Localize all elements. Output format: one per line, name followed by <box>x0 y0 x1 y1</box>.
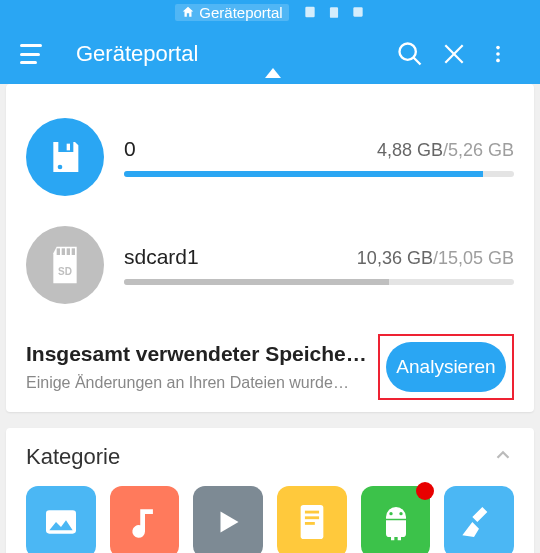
svg-rect-21 <box>305 516 319 519</box>
music-icon <box>126 503 164 541</box>
svg-point-9 <box>496 59 500 63</box>
svg-rect-16 <box>72 248 75 255</box>
sd-icon <box>303 5 317 19</box>
analyze-button[interactable]: Analysieren <box>386 342 506 392</box>
overflow-button[interactable] <box>476 43 520 65</box>
menu-button[interactable] <box>20 44 48 64</box>
svg-rect-2 <box>353 7 362 16</box>
disk-icon <box>26 118 104 196</box>
battery-icon <box>327 5 341 19</box>
svg-rect-0 <box>305 7 314 18</box>
document-icon <box>295 502 329 542</box>
status-app-title: Geräteportal <box>175 4 288 21</box>
svg-rect-22 <box>305 522 315 525</box>
summary-title: Insgesamt verwendeter Speiche… <box>26 342 368 366</box>
android-icon <box>376 502 416 542</box>
summary-subtitle: Einige Änderungen an Ihren Dateien wurde… <box>26 374 368 392</box>
broom-icon <box>459 502 499 542</box>
status-title-text: Geräteportal <box>199 4 282 21</box>
svg-rect-11 <box>67 144 70 151</box>
sync-icon <box>351 5 365 19</box>
svg-line-4 <box>414 58 421 65</box>
category-apps[interactable] <box>361 486 431 553</box>
image-icon <box>41 502 81 542</box>
play-icon <box>210 504 246 540</box>
toolbar-title[interactable]: Geräteportal <box>76 41 388 67</box>
notification-badge <box>416 482 434 500</box>
svg-rect-20 <box>305 511 319 514</box>
status-tray <box>303 5 365 19</box>
category-grid <box>26 486 514 553</box>
svg-rect-10 <box>58 142 73 152</box>
svg-text:SD: SD <box>58 266 72 277</box>
close-icon <box>441 41 467 67</box>
status-bar: Geräteportal <box>0 0 540 24</box>
category-music[interactable] <box>110 486 180 553</box>
svg-point-23 <box>389 512 392 515</box>
storage-row-internal[interactable]: 0 4,88 GB/5,26 GB <box>26 118 514 196</box>
category-documents[interactable] <box>277 486 347 553</box>
svg-point-24 <box>399 512 402 515</box>
category-video[interactable] <box>193 486 263 553</box>
collapse-button[interactable] <box>492 444 514 470</box>
close-button[interactable] <box>432 41 476 67</box>
sdcard-icon: SD <box>26 226 104 304</box>
svg-rect-13 <box>57 248 60 255</box>
category-cleaner[interactable] <box>444 486 514 553</box>
storage-row-sdcard[interactable]: SD sdcard1 10,36 GB/15,05 GB <box>26 226 514 304</box>
storage-name: 0 <box>124 137 136 161</box>
storage-bar <box>124 171 514 177</box>
svg-point-12 <box>58 165 63 170</box>
dropdown-indicator-icon <box>265 68 281 78</box>
svg-rect-1 <box>330 7 338 17</box>
storage-summary: Insgesamt verwendeter Speiche… Einige Än… <box>26 334 514 400</box>
chevron-up-icon <box>492 444 514 466</box>
storage-name: sdcard1 <box>124 245 199 269</box>
home-icon <box>181 5 195 19</box>
storage-card: 0 4,88 GB/5,26 GB SD sdcard1 10,36 GB/15… <box>6 84 534 412</box>
category-title: Kategorie <box>26 444 120 470</box>
category-card: Kategorie <box>6 428 534 553</box>
svg-rect-14 <box>62 248 65 255</box>
analyze-highlight: Analysieren <box>378 334 514 400</box>
overflow-icon <box>487 43 509 65</box>
storage-size: 10,36 GB/15,05 GB <box>357 248 514 269</box>
svg-rect-15 <box>67 248 70 255</box>
storage-size: 4,88 GB/5,26 GB <box>377 140 514 161</box>
category-images[interactable] <box>26 486 96 553</box>
search-icon <box>396 40 424 68</box>
svg-point-8 <box>496 52 500 56</box>
svg-point-3 <box>400 44 416 60</box>
search-button[interactable] <box>388 40 432 68</box>
svg-point-7 <box>496 46 500 50</box>
storage-bar <box>124 279 514 285</box>
